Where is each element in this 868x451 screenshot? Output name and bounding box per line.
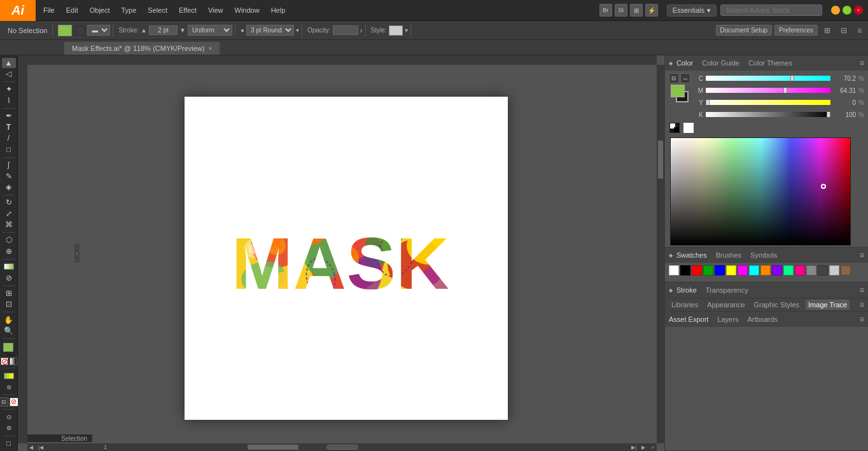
fill-swatch[interactable] (58, 25, 72, 36)
tool-scale[interactable]: ⤢ (2, 209, 16, 219)
tool-gradient[interactable] (2, 261, 16, 272)
workspace-icon[interactable]: ⊟ (837, 25, 851, 36)
swatch-5[interactable] (715, 265, 725, 275)
tool-pencil[interactable]: ✎ (2, 171, 16, 181)
m-slider-track[interactable] (706, 88, 830, 93)
tool-rectangle[interactable]: □ (2, 144, 16, 155)
fill-indicator[interactable] (671, 85, 685, 97)
workspace-switcher[interactable]: ⊞ (630, 4, 643, 17)
swatch-13[interactable] (806, 265, 816, 275)
swatch-10[interactable] (772, 265, 782, 275)
tool-zoom-small[interactable]: ⊙ (2, 412, 16, 422)
v-scrollbar-thumb[interactable] (658, 141, 663, 179)
tool-type[interactable]: T (2, 122, 16, 132)
collapse-left-btn[interactable]: ‹ (74, 244, 80, 263)
zoom-input[interactable]: 118% (30, 435, 54, 442)
h-scrollbar-thumb[interactable] (248, 445, 298, 450)
stroke-swatch[interactable] (75, 25, 85, 36)
menu-effect[interactable]: Effect (174, 4, 202, 17)
swatch-16[interactable] (841, 265, 851, 275)
none-icon[interactable]: ⊘ (1, 357, 8, 365)
tool-paintbrush[interactable]: ∫ (2, 160, 16, 170)
h-scrollbar[interactable]: ◀ |◀ 1 ▶| ▶ ‹› (27, 443, 657, 451)
menu-window[interactable]: Window (230, 4, 265, 17)
asset-menu-btn[interactable]: ≡ (860, 315, 864, 324)
scroll-next-btn[interactable]: ▶| (630, 443, 638, 451)
tool-rotate[interactable]: ↻ (2, 197, 16, 207)
document-setup-button[interactable]: Document Setup (716, 25, 773, 36)
stroke-panel-menu-btn[interactable]: ≡ (860, 286, 864, 295)
swatch-6[interactable] (726, 265, 736, 275)
fill-color-box[interactable] (3, 343, 13, 352)
graphic-styles-tab[interactable]: Graphic Styles (752, 300, 802, 310)
tool-direct-select[interactable]: ◁ (2, 69, 16, 80)
swatch-8[interactable] (749, 265, 759, 275)
c-slider-track[interactable] (706, 76, 830, 81)
asset-export-tab[interactable]: Asset Export (669, 316, 708, 323)
search-input[interactable] (720, 4, 822, 16)
menu-edit[interactable]: Edit (61, 4, 83, 17)
libraries-tab[interactable]: Libraries (669, 300, 701, 310)
m-slider-thumb[interactable] (783, 88, 787, 93)
scroll-position-thumb[interactable] (326, 445, 358, 450)
transparency-tab[interactable]: Transparency (706, 286, 748, 294)
stroke-profile-select[interactable]: Uniform (188, 25, 232, 36)
tool-line[interactable]: / (2, 134, 16, 144)
close-button[interactable]: × (854, 6, 863, 15)
stroke-tab-active[interactable]: Stroke (676, 286, 697, 294)
k-slider-thumb[interactable] (827, 112, 830, 117)
swatch-7[interactable] (738, 265, 748, 275)
preferences-button[interactable]: Preferences (774, 25, 818, 36)
appearance-tab[interactable]: Appearance (704, 300, 747, 310)
tab-close-btn[interactable]: × (208, 45, 212, 52)
swap-color-btn[interactable]: ↔ (680, 73, 690, 83)
minimize-button[interactable]: − (831, 6, 840, 15)
workspace-selector[interactable]: Essentials ▾ (667, 4, 717, 17)
stroke-type-select[interactable]: ▬ (87, 25, 110, 36)
symbols-tab[interactable]: Symbols (750, 251, 777, 259)
color-mode-btn[interactable]: ⊟ (669, 73, 679, 83)
layers-tab[interactable]: Layers (717, 316, 738, 323)
scroll-prev-btn[interactable]: |◀ (37, 443, 45, 451)
tool-artboard[interactable]: ⊡ (2, 300, 16, 310)
color-themes-tab[interactable]: Color Themes (748, 59, 792, 67)
v-scrollbar[interactable] (657, 65, 664, 443)
tool-symbol[interactable]: □ (2, 438, 16, 448)
tool-zoom[interactable]: 🔍 (2, 326, 16, 336)
color-tab-active[interactable]: Color (676, 59, 693, 67)
tool-eyedropper[interactable]: ⊘ (2, 273, 16, 283)
tool-pen[interactable]: ✒ (2, 111, 16, 121)
swatch-12[interactable] (795, 265, 805, 275)
menu-file[interactable]: File (38, 4, 60, 17)
swatches-menu-btn[interactable]: ≡ (860, 251, 864, 260)
cap-dropdown-icon[interactable]: ▾ (296, 27, 299, 34)
menu-help[interactable]: Help (266, 4, 291, 17)
y-slider-thumb[interactable] (706, 100, 710, 105)
scroll-right-end-btn[interactable]: ‹› (649, 443, 657, 451)
stock-icon[interactable]: St (615, 4, 627, 17)
swatch-4[interactable] (703, 265, 713, 275)
gradient-icon[interactable] (10, 357, 17, 365)
bridge-icon[interactable]: Br (599, 4, 612, 17)
tool-graph[interactable]: ⊞ (2, 288, 16, 298)
lightning-icon[interactable]: ⚡ (645, 4, 658, 17)
stroke-width-input[interactable] (149, 25, 178, 35)
tool-magic-wand[interactable]: ✦ (2, 85, 16, 95)
menu-view[interactable]: View (203, 4, 228, 17)
arrange-icon[interactable]: ⊞ (820, 25, 834, 36)
menu-select[interactable]: Select (143, 4, 172, 17)
color-picker-box[interactable] (670, 137, 851, 246)
tool-lasso[interactable]: ⌇ (2, 95, 16, 106)
tool-select[interactable]: ▲ (2, 58, 16, 68)
tool-color-guide[interactable]: ⊗ (2, 382, 16, 392)
artboards-tab[interactable]: Artboards (747, 316, 778, 323)
y-slider-track[interactable] (706, 100, 830, 105)
opacity-input[interactable]: 100% (333, 25, 358, 35)
swatch-2[interactable] (680, 265, 690, 275)
swatch-9[interactable] (760, 265, 771, 275)
opacity-options-btn[interactable]: › (360, 26, 363, 35)
swatch-11[interactable] (783, 265, 794, 275)
color-panel-menu-btn[interactable]: ≡ (860, 59, 864, 67)
tool-free-transform[interactable]: ⬡ (2, 235, 16, 246)
k-slider-track[interactable] (706, 112, 830, 117)
